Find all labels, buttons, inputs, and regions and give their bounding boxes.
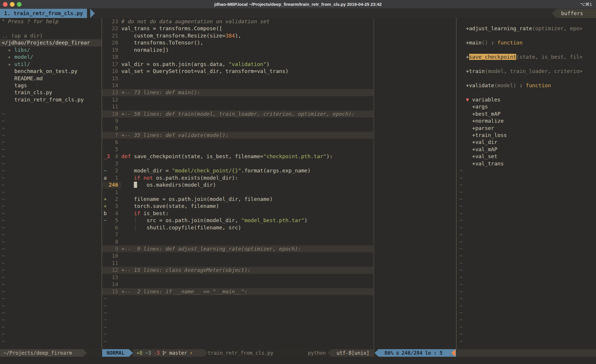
tagbar-row[interactable]: +train(model, train_loader, criterio> [457, 68, 596, 75]
lines-icon: ≡ [396, 349, 399, 357]
line-text: # do not do data augmentation on validat… [118, 18, 269, 25]
code-line[interactable]: 12 [102, 96, 456, 103]
code-line[interactable]: 14 [102, 281, 456, 288]
command-line[interactable] [0, 357, 596, 364]
tagbar-row[interactable]: +val_trans [457, 160, 596, 167]
tagbar-row[interactable]: +train_loss [457, 132, 596, 139]
line-number: 10 [109, 110, 118, 117]
close-button[interactable] [3, 2, 8, 7]
window-separator[interactable] [102, 18, 102, 349]
gutter-sign-empty [102, 181, 109, 188]
folded-line[interactable]: 10+-- 50 lines: def train(model, train_l… [102, 110, 456, 117]
gutter-sign-empty [102, 139, 109, 146]
folded-line[interactable]: 9+-- 9 lines: def adjust_learning_rate(o… [102, 245, 456, 252]
tagbar-row[interactable]: +adjust_learning_rate(optimizer, epo> [457, 25, 596, 32]
code-line[interactable]: 1 [102, 189, 456, 196]
nerdtree-item[interactable]: ▸ libs/ [0, 47, 102, 53]
tagbar-row[interactable]: +main() : function [457, 39, 596, 46]
line-text [118, 252, 121, 259]
empty-line-tilde: ~ [0, 210, 102, 217]
folded-line[interactable]: 12+-- 15 lines: class AverageMeter(objec… [102, 267, 456, 274]
tagbar-row[interactable]: +val_mAP [457, 146, 596, 153]
nerdtree-item[interactable]: train_cls.py [0, 89, 102, 96]
nerdtree-window: " Press ? for help.. (up a dir)</jdhao/P… [0, 18, 102, 349]
code-line[interactable]: 14 [102, 82, 456, 89]
code-line[interactable]: ~5 │ src = os.path.join(model_dir, "mode… [102, 217, 456, 224]
code-line[interactable]: 21 custom_transform.Resize(size=384), [102, 32, 456, 39]
nerdtree-item[interactable]: .. (up a dir) [0, 32, 102, 39]
code-line[interactable]: 13 [102, 274, 456, 281]
gutter-sign-empty [102, 252, 109, 259]
code-line[interactable]: 15 [102, 75, 456, 82]
code-line[interactable]: 10 [102, 252, 456, 259]
nerdtree-item[interactable]: tags [0, 82, 102, 89]
folded-line[interactable]: 7+-- 35 lines: def validate(model): [102, 132, 456, 139]
code-line[interactable]: 17val_dir = os.path.join(args.data, "val… [102, 61, 456, 68]
tagbar-row[interactable]: +normalize [457, 117, 596, 124]
code-line[interactable]: 18 [102, 53, 456, 60]
git-hunk-count: ~3 [145, 349, 151, 357]
line-number: 14 [109, 281, 118, 288]
code-line[interactable]: a1 if not os.path.exists(model_dir): [102, 174, 456, 181]
code-line[interactable]: 8 [102, 125, 456, 132]
code-line[interactable]: 22val_trans = transforms.Compose([ [102, 25, 456, 32]
tagbar-row[interactable]: +best_mAP [457, 110, 596, 117]
nerdtree-root-item[interactable]: </jdhao/Projects/deep_firear [0, 39, 102, 46]
code-line[interactable]: 9 [102, 117, 456, 124]
active-buffer-tab[interactable]: 1. train_retr_from_cls.py [0, 9, 87, 18]
minimize-button[interactable] [10, 2, 15, 7]
folded-line[interactable]: 13+-- 73 lines: def main(): [102, 89, 456, 96]
editor-rows: 23# do not do data augmentation on valid… [102, 18, 456, 345]
line-number: 12 [109, 96, 118, 103]
code-line[interactable]: 6 │ shutil.copyfile(filename, src) [102, 224, 456, 231]
code-line[interactable]: 19 normalize]) [102, 47, 456, 53]
line-number: 13 [109, 89, 118, 96]
tagbar-window: +adjust_learning_rate(optimizer, epo> +m… [457, 18, 596, 349]
code-line[interactable]: 7 [102, 231, 456, 238]
code-line[interactable]: 6 [102, 139, 456, 146]
gutter-sign-empty [102, 132, 109, 139]
nerdtree-item[interactable]: README.md [0, 75, 102, 82]
folded-line[interactable]: 15+-- 2 lines: if __name__ == "__main__"… [102, 288, 456, 295]
tagbar-row[interactable]: +val_dir [457, 139, 596, 146]
code-line[interactable]: 5 [102, 146, 456, 153]
window-separator[interactable] [456, 18, 457, 349]
tagbar-row [457, 75, 596, 82]
git-hunk-count: -3 [154, 349, 159, 357]
code-line[interactable]: 246 os.makedirs(model_dir) [102, 181, 456, 188]
tagbar-row[interactable]: +val_set [457, 153, 596, 160]
line-number: 1 [109, 189, 118, 196]
tagbar-row[interactable]: +save_checkpoint(state, is_best, fil> [457, 53, 596, 60]
gutter-sign-empty [102, 89, 109, 96]
tagbar-row[interactable]: ▼ variables [457, 96, 596, 103]
code-line[interactable]: ~2 model_dir = "model/check_point/{}".fo… [102, 167, 456, 174]
code-line[interactable]: +3 torch.save(state, filename) [102, 203, 456, 210]
code-line[interactable]: 16val_set = QuerySet(root=val_dir, trans… [102, 68, 456, 75]
tagbar-row[interactable]: +args [457, 103, 596, 110]
empty-line-tilde: ~ [0, 288, 102, 295]
tagbar-row[interactable]: +parser [457, 125, 596, 132]
nerdtree-item[interactable]: " Press ? for help [0, 18, 102, 25]
code-line[interactable]: +2 filename = os.path.join(model_dir, fi… [102, 196, 456, 203]
tagbar-row[interactable]: +validate(model) : function [457, 82, 596, 89]
code-line[interactable]: _34def save_checkpoint(state, is_best, f… [102, 153, 456, 160]
line-number: 10 [109, 252, 118, 259]
empty-line-tilde: ~ [0, 252, 102, 259]
code-line[interactable]: 11 [102, 260, 456, 267]
gutter-sign-empty [102, 224, 109, 231]
code-line[interactable]: 11 [102, 103, 456, 110]
line-text [118, 274, 121, 281]
code-line[interactable]: 20 transforms.ToTensor(), [102, 39, 456, 46]
window-title: jdhao-MBP.local ~/Projects/deep_firearm/… [0, 0, 596, 9]
line-text: +-- 2 lines: if __name__ == "__main__": [118, 288, 247, 295]
code-line[interactable]: 8 [102, 238, 456, 245]
menubar: jdhao-MBP.local ~/Projects/deep_firearm/… [0, 0, 596, 9]
nerdtree-item[interactable]: ▸ model/ [0, 53, 102, 60]
nerdtree-item[interactable]: ▸ util/ [0, 61, 102, 68]
zoom-button[interactable] [17, 2, 22, 7]
nerdtree-item[interactable]: benchmark_on_test.py [0, 68, 102, 75]
code-line[interactable]: 23# do not do data augmentation on valid… [102, 18, 456, 25]
code-line[interactable]: 3 [102, 160, 456, 167]
code-line[interactable]: b4 if is_best: [102, 210, 456, 217]
nerdtree-item[interactable]: train_retr_from_cls.py [0, 96, 102, 103]
